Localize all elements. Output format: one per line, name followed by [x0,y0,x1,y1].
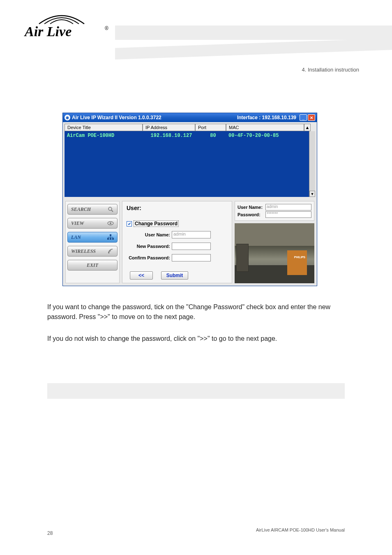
svg-point-13 [108,252,110,254]
chapter-heading: 4. Installation instruction [302,66,359,73]
device-table: Device Title IP Address Port MAC ▲ AirCa… [65,124,315,197]
ip-wizard-window: ◉ Air Live IP Wizard II Version 1.0.0.37… [62,113,317,286]
right-panel: User Name: admin Password: ******* PHILI… [235,201,314,283]
page-number: 28 [47,530,53,536]
exit-button[interactable]: EXIT [67,260,118,271]
body-paragraph-1: If you want to change the password, tick… [47,302,345,322]
col-mac[interactable]: MAC [226,124,304,131]
back-button[interactable]: << [130,271,153,280]
confirm-password-label: Confirm Password: [127,255,172,260]
camera-preview: PHILIPS [235,223,314,283]
cell-port: 80 [198,133,228,139]
login-box: User Name: admin Password: ******* [235,201,314,221]
cell-device-title: AirCam POE-100HD [67,133,145,139]
search-button[interactable]: SEARCH [67,204,118,215]
wireless-button[interactable]: WIRELESS [67,246,118,257]
login-username-input[interactable]: admin [265,204,311,210]
svg-rect-7 [112,238,114,240]
wireless-label: WIRELESS [71,248,96,254]
svg-point-3 [110,222,111,224]
table-body: AirCam POE-100HD 192.168.10.127 80 00-4F… [65,131,315,197]
wifi-icon [107,248,114,254]
cell-mac: 00-4F-70-20-00-85 [228,133,307,139]
minimize-button[interactable]: _ [300,114,307,121]
col-device-title[interactable]: Device Title [65,124,143,131]
close-button[interactable]: ✕ [308,114,315,121]
col-ip-address[interactable]: IP Address [143,124,195,131]
window-title: Air Live IP Wizard II Version 1.0.0.3722 [72,115,161,120]
preview-box-label: PHILIPS [294,256,305,259]
svg-rect-5 [107,238,109,240]
lan-button[interactable]: LAN [67,232,118,243]
svg-point-0 [108,207,112,210]
search-label: SEARCH [71,206,91,213]
header-stripe-lower [115,38,392,60]
footer-text: AirLive AIRCAM POE-100HD User's Manual [256,527,345,533]
new-password-label: New Password: [127,244,172,249]
change-password-label: Change Password [134,220,179,227]
network-icon [107,234,114,240]
username-label: User Name: [127,232,172,237]
chapter-label: 4. Installation instruction [302,67,359,73]
svg-rect-6 [110,238,111,240]
view-label: VIEW [71,220,84,227]
login-password-label: Password: [238,212,265,217]
brand-logo: Air Live ® [25,12,111,41]
submit-button[interactable]: Submit [161,271,188,280]
window-titlebar[interactable]: ◉ Air Live IP Wizard II Version 1.0.0.37… [63,113,317,122]
svg-rect-4 [110,234,111,236]
vertical-scrollbar[interactable]: ▼ [309,131,315,197]
login-password-input[interactable]: ******* [265,211,311,218]
footer-line1: AirLive AIRCAM POE-100HD User's Manual [256,527,345,533]
app-icon: ◉ [65,115,70,120]
registered-icon: ® [105,25,108,31]
col-port[interactable]: Port [195,124,226,131]
cell-ip: 192.168.10.127 [145,133,198,139]
eye-icon [107,220,114,227]
lower-panel: SEARCH VIEW LAN WIRELESS [63,199,317,286]
exit-label: EXIT [87,262,98,268]
lan-label: LAN [71,234,81,240]
scroll-down-button[interactable]: ▼ [309,191,315,197]
confirm-password-input[interactable] [172,254,211,261]
scroll-up-button[interactable]: ▲ [304,124,311,131]
table-row[interactable]: AirCam POE-100HD 192.168.10.127 80 00-4F… [65,131,309,140]
header-stripe [115,25,392,40]
username-input[interactable]: admin [172,231,211,238]
body-paragraph-2: If you do not wish to change the passwor… [47,334,345,344]
section-separator [47,383,345,399]
logo-arc-icon [37,12,86,25]
user-panel: User: ✔ Change Password User Name: admin… [122,201,232,283]
sidebar: SEARCH VIEW LAN WIRELESS [65,201,120,283]
svg-line-1 [111,210,113,212]
interface-label: Interface : 192.168.10.139 [237,115,296,120]
table-header-row: Device Title IP Address Port MAC ▲ [65,124,315,131]
logo-text: Air Live [25,24,71,39]
new-password-input[interactable] [172,243,211,250]
login-username-label: User Name: [238,205,265,210]
user-heading: User: [127,205,228,211]
change-password-checkbox[interactable]: ✔ [127,221,132,227]
view-button[interactable]: VIEW [67,218,118,229]
search-icon [107,206,114,213]
